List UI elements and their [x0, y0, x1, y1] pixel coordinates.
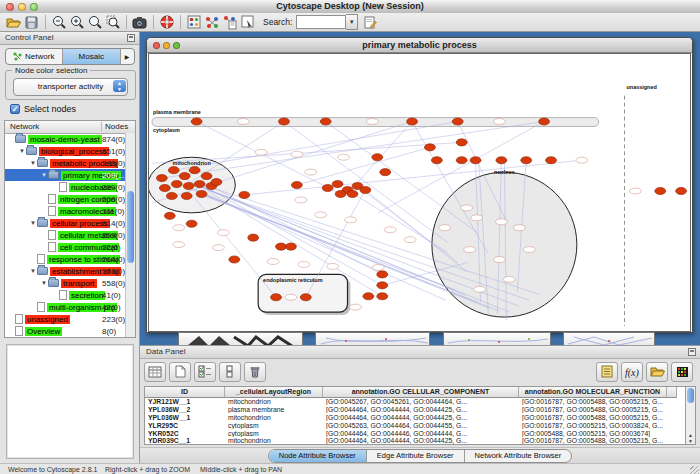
- help-icon[interactable]: [158, 14, 175, 30]
- create-view-icon[interactable]: [203, 14, 220, 30]
- more-tabs-arrow-icon[interactable]: ▶: [121, 49, 134, 64]
- tab-mosaic[interactable]: Mosaic: [63, 49, 121, 64]
- tree-row[interactable]: Overview8(0): [5, 325, 126, 337]
- table-scrollbar-thumb[interactable]: [687, 388, 694, 403]
- column-header[interactable]: [667, 387, 677, 398]
- search-input[interactable]: [296, 15, 346, 29]
- select-nodes-checkbox[interactable]: ✓: [10, 104, 20, 114]
- delete-attribute-icon[interactable]: [244, 362, 266, 382]
- tree-row[interactable]: mosaic-demo-yeast874(0): [5, 133, 126, 145]
- tree-row[interactable]: nucleobase-209(0): [5, 181, 126, 193]
- table-scrollbar[interactable]: ▲▼: [685, 386, 696, 445]
- snapshot-icon[interactable]: [131, 14, 148, 30]
- table-cell: YPL036W__1: [145, 414, 225, 421]
- expander-icon[interactable]: ▼: [29, 268, 37, 274]
- tab-network-attribute-browser[interactable]: Network Attribute Browser: [465, 450, 572, 462]
- zoom-out-icon[interactable]: [50, 14, 67, 30]
- zoom-selected-icon[interactable]: [104, 14, 121, 30]
- open-file-icon[interactable]: [5, 14, 22, 30]
- float-panel-icon[interactable]: [127, 34, 135, 42]
- tree-row[interactable]: secretion41(0): [5, 289, 126, 301]
- tree-scrollbar-thumb[interactable]: [127, 191, 134, 263]
- tree-row[interactable]: ▼establishment of lo558(0): [5, 265, 126, 277]
- save-icon[interactable]: [23, 14, 40, 30]
- file-icon: [59, 182, 67, 192]
- table-cell: [GO:0016787, GO:0005215, GO:0003824, G..…: [519, 422, 667, 429]
- tree-row[interactable]: ▼metabolic process280(0): [5, 157, 126, 169]
- zoom-fit-icon[interactable]: [86, 14, 103, 30]
- tree-row[interactable]: ▼cellular process614(0): [5, 217, 126, 229]
- table-row[interactable]: YDR039C__1mitochondrion[GO:0044464, GO:0…: [145, 437, 685, 445]
- main-toolbar: Search: ▼: [0, 13, 700, 32]
- birdseye-view[interactable]: [6, 344, 134, 459]
- destroy-view-icon[interactable]: [221, 14, 238, 30]
- tree-row-node-count: 874(0): [102, 135, 125, 144]
- table-row[interactable]: YPL036W__1mitochondrion[GO:0044464, GO:0…: [145, 414, 685, 422]
- inner-close-button[interactable]: [153, 42, 160, 49]
- background-window[interactable]: [315, 332, 430, 345]
- expander-icon[interactable]: ▼: [40, 280, 48, 286]
- expander-icon[interactable]: ▼: [29, 220, 37, 226]
- new-attribute-icon[interactable]: [169, 362, 191, 382]
- attribute-list-icon[interactable]: [596, 362, 618, 382]
- tree-column-nodes[interactable]: Nodes: [101, 122, 128, 131]
- background-window[interactable]: [563, 332, 655, 345]
- tree-row-label: transport: [61, 279, 97, 288]
- expander-icon[interactable]: ▼: [18, 148, 26, 154]
- tree-row[interactable]: cell communicat22(0): [5, 241, 126, 253]
- import-attributes-icon[interactable]: [646, 362, 668, 382]
- column-header[interactable]: annotation.GO CELLULAR_COMPONENT: [323, 387, 519, 398]
- attribute-table-icon[interactable]: [144, 362, 166, 382]
- tree-row[interactable]: ▼biological_process651(0): [5, 145, 126, 157]
- close-button[interactable]: [6, 3, 14, 11]
- folder-icon: [37, 267, 48, 275]
- scrollbar-arrows[interactable]: ▲▼: [686, 432, 695, 444]
- tree-row[interactable]: macromolecule311(0): [5, 205, 126, 217]
- zoom-button[interactable]: [30, 3, 38, 11]
- table-row[interactable]: YPL036W__2plasma membrane[GO:0044464, GO…: [145, 406, 685, 414]
- zoom-in-icon[interactable]: [68, 14, 85, 30]
- table-cell: [GO:0044464, GO:0044444, GO:0044425, G..…: [323, 437, 519, 444]
- annotation-icon[interactable]: [239, 14, 256, 30]
- select-attributes-icon[interactable]: [194, 362, 216, 382]
- tab-node-attribute-browser[interactable]: Node Attribute Browser: [269, 450, 367, 462]
- tab-network[interactable]: Network: [6, 49, 64, 64]
- window-titlebar: Cytoscape Desktop (New Session): [0, 0, 700, 14]
- background-window[interactable]: [178, 332, 303, 345]
- tree-row[interactable]: response to stimulu264(0): [5, 253, 126, 265]
- tree-scrollbar[interactable]: [125, 133, 135, 337]
- column-header[interactable]: _cellularLayoutRegion: [225, 387, 323, 398]
- heatmap-icon[interactable]: [671, 362, 693, 382]
- tree-row[interactable]: ▼transport558(0): [5, 277, 126, 289]
- unselect-attributes-icon[interactable]: [219, 362, 241, 382]
- tree-row[interactable]: cellular metabol209(0): [5, 229, 126, 241]
- expander-icon[interactable]: ▼: [40, 172, 48, 178]
- network-canvas[interactable]: plasma membranecytoplasmmitochondrionnuc…: [148, 53, 691, 332]
- tree-column-network[interactable]: Network: [10, 122, 39, 131]
- tree-row[interactable]: unassigned223(0): [5, 313, 126, 325]
- float-panel-icon[interactable]: [688, 348, 696, 356]
- tree-row[interactable]: nitrogen compo209(0): [5, 193, 126, 205]
- inner-zoom-button[interactable]: [173, 42, 180, 49]
- table-cell: cytoplasm: [225, 422, 323, 429]
- minimize-button[interactable]: [18, 3, 26, 11]
- network-view-window[interactable]: primary metabolic process plasma membran…: [146, 37, 693, 333]
- background-window[interactable]: [443, 332, 551, 345]
- table-row[interactable]: YKR052Ccytoplasm[GO:0044464, GO:0044446,…: [145, 429, 685, 437]
- vizmapper-icon[interactable]: [185, 14, 202, 30]
- expander-icon[interactable]: ▼: [29, 160, 37, 166]
- table-row[interactable]: YLR295Ccytoplasm[GO:0045263, GO:0044464,…: [145, 421, 685, 429]
- inner-minimize-button[interactable]: [163, 42, 170, 49]
- column-header[interactable]: annotation.GO MOLECULAR_FUNCTION: [519, 387, 667, 398]
- node-color-dropdown[interactable]: transporter activity ▲▼: [13, 78, 128, 96]
- tab-edge-attribute-browser[interactable]: Edge Attribute Browser: [367, 450, 465, 462]
- tree-row[interactable]: ▼primary metabo209(...: [5, 169, 126, 181]
- table-row[interactable]: YJR121W__1mitochondrion[GO:0045267, GO:0…: [145, 398, 685, 406]
- tree-row[interactable]: multi-organism pro42(0): [5, 301, 126, 313]
- attribute-table[interactable]: ID_cellularLayoutRegionannotation.GO CEL…: [144, 386, 686, 445]
- search-dropdown-arrow[interactable]: ▼: [346, 14, 358, 30]
- formula-builder-icon[interactable]: f(x): [621, 362, 643, 382]
- column-header[interactable]: ID: [145, 387, 225, 398]
- resize-grip[interactable]: [690, 466, 699, 474]
- search-config-icon[interactable]: [362, 14, 379, 30]
